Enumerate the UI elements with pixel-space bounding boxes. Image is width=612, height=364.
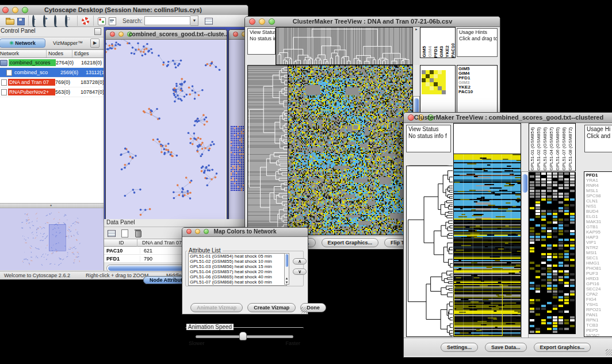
gene-label[interactable]: RPN1 (586, 317, 612, 323)
mini-heatmap-cell[interactable] (434, 90, 438, 94)
column-label[interactable]: GPL51-06 (GSM865) (555, 127, 561, 171)
mini-heatmap-cell[interactable] (442, 70, 446, 74)
gene-label[interactable]: PAN1 (586, 312, 612, 317)
gene-label[interactable]: KAP95 (586, 229, 612, 235)
column-label[interactable]: GIM3 (439, 46, 445, 58)
tv1-column-dendrogram[interactable] (276, 27, 413, 65)
mini-heatmap-cell[interactable] (430, 78, 434, 82)
tv2-footer-button[interactable]: Save Data... (485, 343, 527, 352)
gene-label[interactable]: BUD4 (586, 209, 612, 214)
tab-network[interactable]: ✳ Network (0, 39, 45, 48)
col-nodes[interactable]: Nodes (47, 50, 72, 58)
tv2-footer-button[interactable]: Settings... (441, 343, 478, 352)
row-label[interactable]: PAC10 (458, 90, 497, 94)
move-up-button[interactable]: ∧ (293, 258, 307, 265)
mini-heatmap-cell[interactable] (442, 90, 446, 94)
mini-heatmap-cell[interactable] (430, 74, 434, 78)
main-titlebar[interactable]: Cytoscape Desktop (Session Name: collins… (0, 5, 248, 16)
column-label[interactable]: GPL51-01 (GSM854) (530, 127, 536, 171)
new-attribute-icon[interactable] (120, 228, 131, 238)
mini-heatmap-cell[interactable] (434, 78, 438, 82)
gene-label[interactable]: VIP1 (586, 240, 612, 245)
scroll-arrows-icon[interactable]: ▴▾ (285, 276, 289, 284)
col-network[interactable]: Network (0, 50, 47, 58)
mini-heatmap-cell[interactable] (434, 82, 438, 86)
dialog-button[interactable]: Animate Vizmap (190, 303, 243, 312)
float-panel-icon[interactable] (94, 28, 101, 35)
gene-label[interactable]: RPO21 (586, 307, 612, 312)
column-label[interactable]: GPL51-04 (GSM857) (549, 127, 555, 171)
zoom-in-icon[interactable]: + (42, 16, 53, 26)
mini-heatmap-cell[interactable] (430, 86, 434, 90)
annotation-icon[interactable] (107, 16, 118, 26)
column-label[interactable]: PFD1 (433, 46, 439, 58)
close-button[interactable] (233, 32, 238, 37)
mini-heatmap-cell[interactable] (422, 90, 426, 94)
data-col-id[interactable]: ID (104, 239, 137, 247)
gene-label[interactable]: MSL1 (586, 188, 612, 193)
speed-slider-thumb[interactable] (239, 332, 247, 340)
mini-heatmap-cell[interactable] (438, 74, 442, 78)
zoom-selected-icon[interactable] (53, 16, 64, 26)
column-label[interactable]: GPL51-03 (GSM856) (542, 127, 549, 171)
delete-attribute-icon[interactable] (133, 228, 144, 238)
zoom-out-icon[interactable]: - (31, 16, 42, 26)
column-label[interactable]: PAC10 (450, 43, 456, 58)
network-table-row[interactable]: combined_sco 2569(6) 13112(15) (0, 68, 104, 78)
panel-splitter[interactable]: ● (0, 203, 104, 208)
gene-label[interactable]: PHO81 (586, 266, 612, 271)
gene-label[interactable]: GPI16 (586, 281, 612, 286)
mini-heatmap-cell[interactable] (438, 78, 442, 82)
gene-label[interactable]: HAP3 (586, 235, 612, 240)
save-icon[interactable] (15, 16, 26, 26)
gene-label[interactable]: RNR4 (586, 183, 612, 188)
tv1-mini-heatmap[interactable] (422, 70, 446, 94)
gene-label[interactable]: NIS1 (586, 204, 612, 209)
tv1-heatmap[interactable] (288, 65, 413, 235)
mini-heatmap-cell[interactable] (442, 74, 446, 78)
mini-heatmap-cell[interactable] (438, 90, 442, 94)
gene-label[interactable]: CLN1 (586, 198, 612, 204)
mini-heatmap-cell[interactable] (422, 70, 426, 74)
column-label[interactable]: GPL51-08 (GSM872) (568, 127, 574, 171)
tv2-zoom-view[interactable] (529, 172, 576, 334)
mini-heatmap-cell[interactable] (426, 70, 430, 74)
attribute-list-item[interactable]: GPL51-06 (GSM865) heat shock 40 min (190, 274, 286, 279)
gene-label[interactable]: PEP5 (586, 328, 612, 333)
column-label[interactable]: GIM5 (422, 46, 427, 58)
mini-heatmap-cell[interactable] (426, 90, 430, 94)
mini-heatmap-cell[interactable] (438, 82, 442, 86)
attribute-list-item[interactable]: GPL51-04 (GSM857) heat shock 20 min (190, 269, 286, 274)
search-input[interactable] (144, 16, 190, 25)
gene-label[interactable]: YSH1 (586, 302, 612, 307)
gene-label[interactable]: GTB1 (586, 224, 612, 229)
tv1-pan-arrows[interactable]: ▸ (413, 27, 420, 65)
mini-heatmap-cell[interactable] (434, 70, 438, 74)
mini-heatmap-cell[interactable] (434, 74, 438, 78)
column-label[interactable]: GPL51-02 (GSM855) (536, 127, 542, 171)
attribute-list-item[interactable]: GPL51-03 (GSM856) heat shock 15 min (190, 264, 286, 269)
mini-heatmap-cell[interactable] (430, 70, 434, 74)
mini-heatmap-cell[interactable] (426, 86, 430, 90)
vizmapper-shortcut-icon[interactable] (96, 16, 107, 26)
gene-label[interactable]: HMG1 (586, 260, 612, 266)
gene-label[interactable]: MAK31 (586, 219, 612, 224)
gene-label[interactable]: NTR2 (586, 245, 612, 250)
tv2-vscrollbar[interactable]: ▴▾ (521, 171, 529, 355)
tab-vizmapper[interactable]: VizMapper™ (47, 39, 89, 47)
import-table-icon[interactable] (203, 16, 214, 26)
mini-heatmap-cell[interactable] (430, 82, 434, 86)
gene-label[interactable]: SEC24 (586, 286, 612, 292)
mini-heatmap-cell[interactable] (426, 82, 430, 86)
mini-heatmap-cell[interactable] (442, 86, 446, 90)
column-label[interactable]: GIM4 (427, 46, 433, 58)
mini-heatmap-cell[interactable] (426, 78, 430, 82)
help-lifesaver-icon[interactable] (80, 16, 91, 26)
attribute-list-item[interactable]: GPL51-01 (GSM854) heat shock 05 min (190, 254, 286, 259)
column-label[interactable]: YKE2 (445, 45, 450, 58)
gene-label[interactable]: SEC1 (586, 255, 612, 260)
tv2-heatmap[interactable] (453, 154, 521, 337)
minimize-button[interactable] (118, 32, 124, 37)
mini-heatmap-cell[interactable] (442, 82, 446, 86)
zoom-fit-icon[interactable]: □ (64, 16, 75, 26)
